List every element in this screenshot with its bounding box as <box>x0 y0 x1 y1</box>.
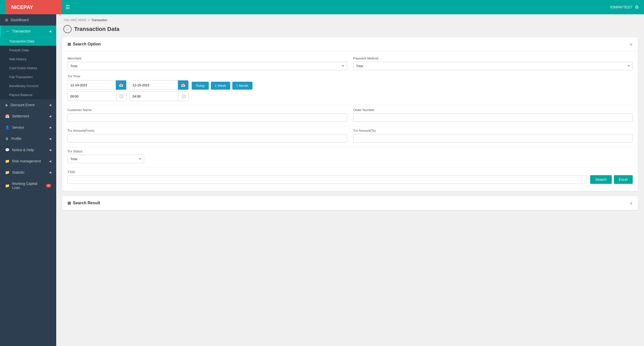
sidebar-item-dashboard[interactable]: ⊞ DashBoard <box>0 14 56 26</box>
sidebar-item-beneficiary-account[interactable]: Beneficiary Account <box>0 81 56 90</box>
calendar-from-button[interactable]: 📅 <box>116 80 126 90</box>
chevron-icon: ◀ <box>49 126 51 129</box>
customer-name-input[interactable] <box>67 113 347 122</box>
today-button[interactable]: Today <box>192 82 209 90</box>
customer-name-group: Customer Name <box>67 108 347 122</box>
collapse-result-icon[interactable]: ∨ <box>629 200 633 206</box>
date-from-input[interactable] <box>68 81 116 89</box>
hamburger-icon[interactable]: ☰ <box>65 4 70 10</box>
date-from-col: 📅 🕐 <box>67 80 126 101</box>
service-icon: 👤 <box>5 125 9 129</box>
amount-from-group: Trx Amount(From) <box>67 129 347 142</box>
week-button[interactable]: 1 Week <box>211 82 230 90</box>
chevron-icon: ◀ <box>49 115 51 118</box>
transaction-icon: ↔ <box>6 29 9 33</box>
amount-to-group: Trx Amount(To) <box>353 129 633 142</box>
order-number-label: Order Number <box>353 108 633 112</box>
merchant-label: Merchant <box>67 56 347 60</box>
amount-to-label: Trx Amount(To) <box>353 129 633 133</box>
chevron-icon: ◀ <box>49 160 51 163</box>
payment-method-label: Payment Method <box>353 56 633 60</box>
sidebar-item-settlement[interactable]: 📅 Settlement ◀ <box>0 111 56 122</box>
sidebar-item-working-capital-loan[interactable]: 📁 Working Capital Loan N <box>0 178 56 193</box>
merchant-select[interactable]: Total <box>67 62 347 70</box>
search-option-card: ⊞ Search Option ∨ Merchant Total Payment… <box>62 37 638 191</box>
search-result-card: ⊞ Search Result ∨ <box>62 196 638 210</box>
search-option-header: ⊞ Search Option ∨ <box>62 37 638 51</box>
date-to-group: 📅 <box>130 80 189 90</box>
sidebar: ⊞ DashBoard ↔ Transaction ◀ Transaction … <box>0 14 56 346</box>
notice-icon: 💬 <box>5 148 9 152</box>
topbar-left: NICEPAY ☰ <box>5 0 70 14</box>
amount-from-input[interactable] <box>67 134 347 142</box>
calendar-to-button[interactable]: 📅 <box>178 80 188 90</box>
sidebar-sub-transaction: Transaction Data Preauth Data Noti Histo… <box>0 37 56 99</box>
working-capital-icon: 📁 <box>5 184 9 188</box>
date-to-input[interactable] <box>130 81 178 89</box>
breadcrumb-home: YOU ARE HERE <box>63 18 86 22</box>
time-to-input[interactable] <box>130 92 179 100</box>
sidebar-item-notice-help[interactable]: 💬 Notice & Help ◀ <box>0 144 56 156</box>
txid-row: TXID Search Excel <box>67 170 633 184</box>
back-button[interactable]: ← <box>63 25 72 33</box>
payment-method-select[interactable]: Total <box>353 62 633 70</box>
main-content: YOU ARE HERE > Transaction ← Transaction… <box>56 14 644 346</box>
trx-status-select[interactable]: Total <box>67 155 144 163</box>
merchant-payment-row: Merchant Total Payment Method Total <box>67 56 633 70</box>
order-number-group: Order Number <box>353 108 633 122</box>
trx-time-section: Trx Time 📅 🕐 <box>67 74 633 101</box>
clock-from-icon: 🕐 <box>117 92 126 101</box>
excel-button[interactable]: Excel <box>614 175 633 184</box>
amount-to-input[interactable] <box>353 134 633 142</box>
sidebar-item-card-event-history[interactable]: Card Event History <box>0 64 56 73</box>
customer-name-label: Customer Name <box>67 108 347 112</box>
search-result-title: ⊞ Search Result <box>67 201 100 206</box>
dashboard-icon: ⊞ <box>5 18 8 22</box>
username-label: IONPAYTEST <box>610 5 632 9</box>
trx-time-label: Trx Time <box>67 74 633 78</box>
sidebar-item-transaction-data[interactable]: Transaction Data <box>0 37 56 46</box>
topbar: NICEPAY ☰ IONPAYTEST ⚙ <box>0 0 644 14</box>
date-from-group: 📅 <box>67 80 126 90</box>
sidebar-item-label: DashBoard <box>11 18 29 22</box>
grid-icon-2: ⊞ <box>67 201 71 206</box>
txid-input[interactable] <box>67 175 587 184</box>
risk-icon: 📁 <box>5 159 9 163</box>
new-badge: N <box>46 184 51 187</box>
time-to-group: 🕐 <box>130 91 189 101</box>
chevron-icon: ◀ <box>49 171 51 174</box>
sidebar-item-risk-management[interactable]: 📁 Risk management ◀ <box>0 156 56 167</box>
search-button[interactable]: Search <box>590 175 612 184</box>
sidebar-item-service[interactable]: 👤 Service ◀ <box>0 122 56 133</box>
layout: ⊞ DashBoard ↔ Transaction ◀ Transaction … <box>0 14 644 346</box>
time-from-input[interactable] <box>68 92 117 100</box>
sidebar-item-profile[interactable]: 🖥 Profile ◀ <box>0 133 56 144</box>
sidebar-item-preauth-data[interactable]: Preauth Data <box>0 46 56 55</box>
sidebar-item-statistic[interactable]: 📁 Statistic ◀ <box>0 167 56 178</box>
payment-method-group: Payment Method Total <box>353 56 633 70</box>
sidebar-item-fail-transaction[interactable]: Fail Transaction <box>0 73 56 81</box>
search-result-header: ⊞ Search Result ∨ <box>62 196 638 210</box>
search-option-body: Merchant Total Payment Method Total T <box>62 51 638 191</box>
clock-to-icon: 🕐 <box>179 92 188 101</box>
collapse-icon[interactable]: ∨ <box>629 41 633 47</box>
settings-icon[interactable]: ⚙ <box>635 4 639 10</box>
profile-icon: 🖥 <box>5 137 9 141</box>
sidebar-item-discount-event[interactable]: ◈ Discount Event ◀ <box>0 99 56 111</box>
sidebar-item-noti-history[interactable]: Noti History <box>0 55 56 64</box>
breadcrumb: YOU ARE HERE > Transaction <box>56 14 644 24</box>
amount-from-label: Trx Amount(From) <box>67 129 347 133</box>
chevron-left-icon: ◀ <box>49 30 51 33</box>
chevron-icon: ◀ <box>49 148 51 152</box>
sidebar-item-payout-balance[interactable]: Payout Balance <box>0 90 56 99</box>
month-button[interactable]: 1 Month <box>232 82 252 90</box>
sidebar-item-transaction[interactable]: ↔ Transaction ◀ <box>0 26 56 37</box>
trx-time-row: 📅 🕐 📅 <box>67 80 633 101</box>
status-row: Trx Status Total <box>67 149 633 163</box>
settlement-icon: 📅 <box>5 114 9 118</box>
trx-status-group: Trx Status Total <box>67 149 633 163</box>
breadcrumb-current: Transaction <box>91 18 107 22</box>
order-number-input[interactable] <box>353 113 633 122</box>
trx-status-label: Trx Status <box>67 149 633 153</box>
search-option-title: ⊞ Search Option <box>67 42 101 47</box>
